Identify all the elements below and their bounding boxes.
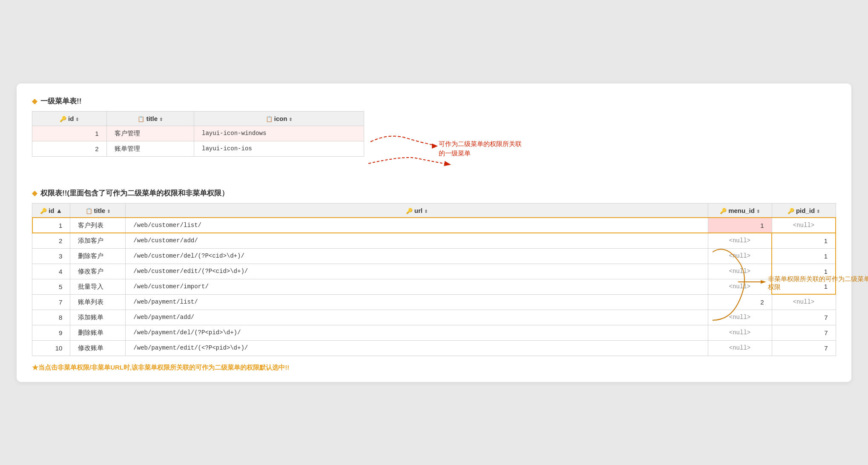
section2-label: 权限表!!(里面包含了可作为二级菜单的权限和非菜单权限） (40, 188, 229, 198)
section1-title: ◆ 一级菜单表!! (32, 96, 836, 106)
t1r2-title: 账单管理 (106, 141, 194, 156)
t1r1-title: 客户管理 (106, 126, 194, 141)
t2r9-url: /web/payment/del/(?P<pid>\d+)/ (126, 325, 708, 340)
table1: 🔑id ⇕ 📋title ⇕ 📋icon ⇕ 1 客户管理 (32, 111, 364, 157)
t2r1-url: /web/customer/list/ (126, 218, 708, 233)
t2r7-id: 7 (32, 294, 70, 310)
table2-row10: 10 修改账单 /web/payment/edit/(<?P<pid>\d+)/… (32, 340, 836, 356)
th-url: 🔑url ⇕ (126, 203, 708, 218)
t2r10-title: 修改账单 (70, 340, 126, 356)
t2r10-menu-id: <null> (708, 340, 772, 356)
t2r3-url: /web/customer/del/(?P<cid>\d+)/ (126, 248, 708, 264)
annotation1-text: 可作为二级菜单的权限所关联的一级菜单 (439, 139, 524, 158)
t2r4-title: 修改客户 (70, 264, 126, 279)
t2r10-pid-id: 7 (772, 340, 836, 356)
tables-wrapper: ◆ 一级菜单表!! 🔑id ⇕ 📋title ⇕ 📋icon ⇕ (32, 96, 836, 372)
th-title2: 📋title ⇕ (70, 203, 126, 218)
table1-row1: 1 客户管理 layui-icon-windows (32, 126, 364, 141)
th-id2: 🔑id ▲ (32, 203, 70, 218)
section2-title: ◆ 权限表!!(里面包含了可作为二级菜单的权限和非菜单权限） (32, 188, 836, 198)
diamond-icon1: ◆ (32, 97, 37, 105)
t2r7-url: /web/payment/list/ (126, 294, 708, 310)
th-icon1: 📋icon ⇕ (194, 111, 364, 126)
t2r1-menu-id: 1 (708, 218, 772, 233)
key-icon1: 🔑 (60, 116, 66, 122)
t2r7-title: 账单列表 (70, 294, 126, 310)
t2r4-url: /web/customer/edit/(?P<cid>\d+)/ (126, 264, 708, 279)
t1r2-icon: layui-icon-ios (194, 141, 364, 156)
table2-row1: 1 客户列表 /web/customer/list/ 1 <null> (32, 218, 836, 233)
arrow1-svg (371, 129, 447, 159)
th-title1: 📋title ⇕ (106, 111, 194, 126)
main-card: ◆ 一级菜单表!! 🔑id ⇕ 📋title ⇕ 📋icon ⇕ (17, 83, 851, 382)
table1-row2: 2 账单管理 layui-icon-ios (32, 141, 364, 156)
t1r2-id: 2 (32, 141, 107, 156)
t2r9-title: 删除账单 (70, 325, 126, 340)
t2r5-id: 5 (32, 279, 70, 294)
t2r9-id: 9 (32, 325, 70, 340)
table2-container: 🔑id ▲ 📋title ⇕ 🔑url ⇕ 🔑menu_id ⇕ 🔑p (32, 203, 836, 356)
t1r1-icon: layui-icon-windows (194, 126, 364, 141)
t2r8-url: /web/payment/add/ (126, 310, 708, 325)
t2r2-id: 2 (32, 233, 70, 248)
t2r1-pid-id: <null> (772, 218, 836, 233)
t2r5-url: /web/customer/import/ (126, 279, 708, 294)
t2r4-id: 4 (32, 264, 70, 279)
t2r2-title: 添加客户 (70, 233, 126, 248)
t2r8-id: 8 (32, 310, 70, 325)
diamond-icon2: ◆ (32, 189, 37, 197)
section1-label: 一级菜单表!! (40, 96, 81, 106)
t2r10-id: 10 (32, 340, 70, 356)
th-pid-id: 🔑pid_id ⇕ (772, 203, 836, 218)
t2r2-url: /web/customer/add/ (126, 233, 708, 248)
t2r5-title: 批量导入 (70, 279, 126, 294)
th-id1: 🔑id ⇕ (32, 111, 107, 126)
annotation2-text: 非菜单权限所关联的可作为二级菜单的权限 (768, 275, 868, 291)
t2r10-url: /web/payment/edit/(<?P<pid>\d+)/ (126, 340, 708, 356)
t2r1-title: 客户列表 (70, 218, 126, 233)
table-icon2: 📋 (266, 116, 273, 122)
svg-marker-2 (761, 280, 766, 284)
annotation2-area: 非菜单权限所关联的可作为二级菜单的权限 (713, 244, 840, 330)
t2r8-title: 添加账单 (70, 310, 126, 325)
t1r1-id: 1 (32, 126, 107, 141)
t2r1-id: 1 (32, 218, 70, 233)
th-menu-id: 🔑menu_id ⇕ (708, 203, 772, 218)
annotation1-area: 可作为二级菜单的权限所关联的一级菜单 (371, 129, 447, 159)
table-icon1: 📋 (138, 116, 144, 122)
t2r3-id: 3 (32, 248, 70, 264)
t2r3-title: 删除客户 (70, 248, 126, 264)
bottom-note: ★当点击非菜单权限/非菜单URL时,该非菜单权限所关联的可作为二级菜单的权限默认… (32, 364, 836, 372)
svg-marker-0 (432, 144, 438, 149)
